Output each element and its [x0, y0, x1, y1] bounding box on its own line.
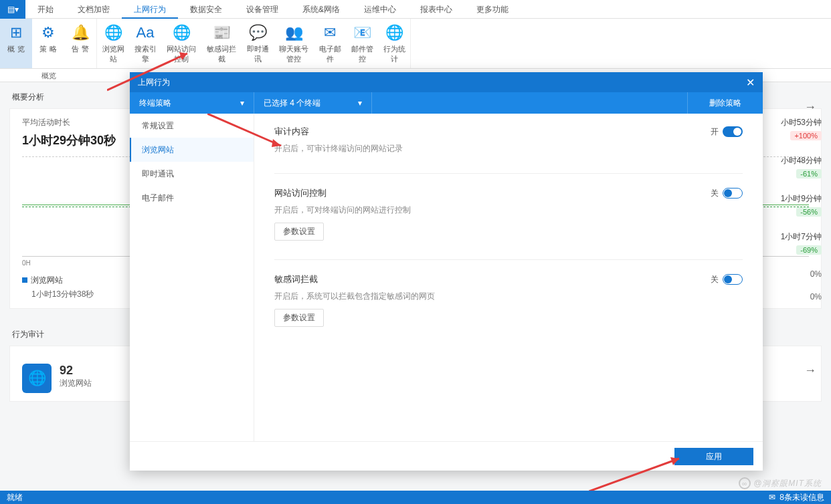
mail-control-icon: 📧 — [348, 23, 376, 43]
app-menu-button[interactable]: ▤▾ — [0, 0, 25, 19]
email-icon: ✉ — [316, 23, 344, 43]
setting-title: 网站访问控制 — [274, 187, 327, 199]
filter-terminals[interactable]: 已选择 4 个终端▾ — [254, 92, 372, 114]
tab-ops-center[interactable]: 运维中心 — [352, 0, 408, 19]
setting-block-2: 敏感词拦截关开启后，系统可以拦截包含指定敏感词的网页参数设置 — [274, 273, 743, 327]
status-text: 就绪 — [7, 492, 23, 503]
right-percent: 0% — [767, 269, 822, 279]
toggle-switch[interactable] — [723, 274, 743, 285]
ribbon-overview[interactable]: ⊞概 览 — [0, 19, 32, 68]
param-settings-button[interactable]: 参数设置 — [274, 223, 324, 241]
tab-more[interactable]: 更多功能 — [464, 0, 521, 19]
close-icon[interactable]: ✕ — [746, 76, 755, 89]
ribbon-browse[interactable]: 🌐浏览网站 — [97, 19, 129, 68]
legend-color-icon — [22, 277, 27, 283]
apply-button[interactable]: 应用 — [674, 448, 753, 465]
top-tab-bar: ▤▾ 开始 文档加密 上网行为 数据安全 设备管理 系统&网络 运维中心 报表中… — [0, 0, 831, 19]
setting-title: 审计内容 — [274, 126, 309, 138]
legend-label: 浏览网站 — [31, 275, 63, 285]
globe-icon: 🌐 — [22, 364, 52, 393]
tab-device-mgmt[interactable]: 设备管理 — [234, 0, 290, 19]
right-stat: 1小时9分钟-56% — [767, 193, 822, 217]
arrow-right-icon[interactable]: → — [804, 100, 816, 114]
chat-acct-icon: 👥 — [276, 23, 312, 43]
modal-filter-bar: 终端策略▾ 已选择 4 个终端▾ 删除策略 — [130, 92, 763, 114]
tab-report-center[interactable]: 报表中心 — [408, 0, 464, 19]
mail-icon[interactable]: ✉ — [769, 493, 775, 502]
browse-icon: 🌐 — [99, 23, 127, 43]
setting-desc: 开启后，系统可以拦截包含指定敏感词的网页 — [274, 291, 743, 302]
sidenav-item-3[interactable]: 电子邮件 — [130, 186, 254, 210]
ribbon-im[interactable]: 💬即时通讯 — [242, 19, 274, 68]
right-stat: 小时53分钟+100% — [767, 117, 822, 140]
toggle-state-label: 开 — [711, 126, 719, 138]
behavior-stats-icon: 🌐 — [380, 23, 408, 43]
setting-desc: 开启后，可对终端访问的网站进行控制 — [274, 205, 743, 216]
chevron-down-icon: ▾ — [240, 92, 244, 114]
ribbon-behavior-stats[interactable]: 🌐行为统计 — [378, 19, 410, 68]
toggle-state-label: 关 — [711, 274, 719, 285]
ribbon-email[interactable]: ✉电子邮件 — [314, 19, 346, 68]
section-summary: 概要分析 — [12, 92, 44, 103]
ribbon-mail-control[interactable]: 📧邮件管控 — [346, 19, 378, 68]
setting-block-1: 网站访问控制关开启后，可对终端访问的网站进行控制参数设置 — [274, 187, 743, 241]
toggle-switch[interactable] — [723, 188, 743, 199]
ribbon-search-engine[interactable]: Aa搜索引擎 — [129, 19, 161, 68]
policy-modal: 上网行为 ✕ 终端策略▾ 已选择 4 个终端▾ 删除策略 常规设置浏览网站即时通… — [130, 72, 763, 471]
setting-block-0: 审计内容开开启后，可审计终端访问的网站记录 — [274, 126, 743, 154]
policy-icon: ⚙ — [34, 23, 62, 43]
ribbon-site-access[interactable]: 🌐网站访问控制 — [161, 19, 201, 68]
ribbon-policy[interactable]: ⚙策 略 — [32, 19, 64, 68]
toggle-switch[interactable] — [723, 126, 743, 137]
chevron-down-icon: ▾ — [358, 92, 362, 114]
tab-system-network[interactable]: 系统&网络 — [290, 0, 352, 19]
toggle-state-label: 关 — [711, 188, 719, 199]
right-percent: 0% — [767, 292, 822, 301]
sidenav-item-1[interactable]: 浏览网站 — [130, 138, 254, 162]
ribbon: ⊞概 览⚙策 略🔔告 警 🌐浏览网站Aa搜索引擎🌐网站访问控制📰敏感词拦截💬即时… — [0, 19, 831, 69]
arrow-right-icon[interactable]: → — [804, 364, 816, 378]
keyword-block-icon: 📰 — [203, 23, 240, 43]
right-stat: 1小时7分钟-69% — [767, 231, 822, 255]
param-settings-button[interactable]: 参数设置 — [274, 309, 324, 327]
ribbon-chat-acct[interactable]: 👥聊天账号管控 — [274, 19, 314, 68]
card-count: 92 — [60, 364, 92, 378]
right-stat: 小时48分钟-61% — [767, 155, 822, 178]
filter-policy-type[interactable]: 终端策略▾ — [130, 92, 254, 114]
overview-icon: ⊞ — [2, 23, 30, 43]
sidenav-item-2[interactable]: 即时通讯 — [130, 162, 254, 186]
tab-data-security[interactable]: 数据安全 — [178, 0, 234, 19]
modal-title: 上网行为 — [138, 77, 170, 88]
ribbon-alert[interactable]: 🔔告 警 — [64, 19, 96, 68]
im-icon: 💬 — [244, 23, 272, 43]
tab-start[interactable]: 开始 — [25, 0, 66, 19]
status-bar: 就绪 ✉8条未读信息 — [0, 491, 831, 504]
tab-online-behavior[interactable]: 上网行为 — [122, 0, 178, 19]
tab-doc-encrypt[interactable]: 文档加密 — [66, 0, 122, 19]
alert-icon: 🔔 — [66, 23, 94, 43]
delete-policy-button[interactable]: 删除策略 — [688, 92, 763, 114]
ribbon-keyword-block[interactable]: 📰敏感词拦截 — [201, 19, 242, 68]
setting-title: 敏感词拦截 — [274, 273, 318, 285]
sidenav-item-0[interactable]: 常规设置 — [130, 114, 254, 138]
unread-count[interactable]: 8条未读信息 — [779, 492, 824, 503]
card-label: 浏览网站 — [60, 378, 92, 389]
site-access-icon: 🌐 — [163, 23, 199, 43]
section-audit: 行为审计 — [12, 329, 44, 340]
search-engine-icon: Aa — [131, 23, 159, 43]
modal-titlebar: 上网行为 ✕ — [130, 72, 763, 92]
watermark: ∞@洞察眼MIT系统 — [739, 477, 822, 489]
setting-desc: 开启后，可审计终端访问的网站记录 — [274, 143, 743, 154]
